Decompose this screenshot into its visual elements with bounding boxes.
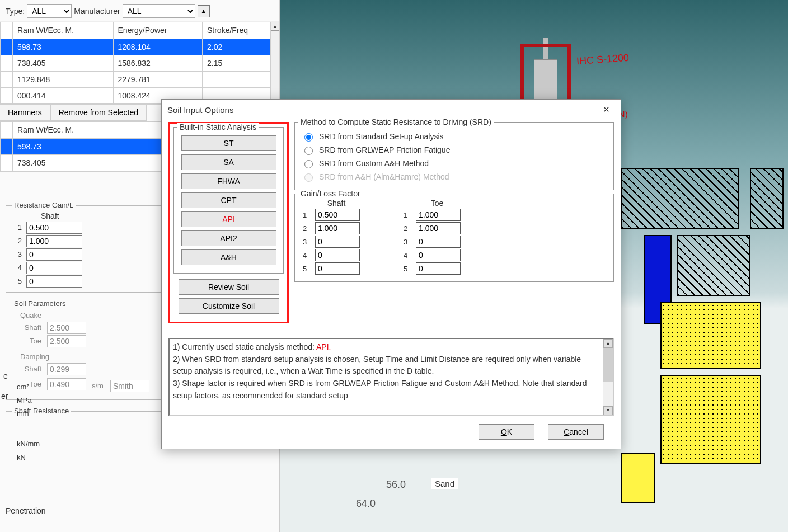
customize-soil-button[interactable]: Customize Soil <box>179 298 279 314</box>
dialog-title: Soil Input Options <box>167 105 233 115</box>
unit-kn-mm: kN/mm <box>17 437 40 451</box>
builtin-static-group: Built-in Static Analysis ST SA FHWA CPT … <box>173 127 284 274</box>
manufacturer-select[interactable]: ALL <box>123 4 195 18</box>
quake-toe-input[interactable] <box>47 335 86 347</box>
scroll-up-icon[interactable]: ▲ <box>271 22 279 31</box>
soil-column <box>621 168 788 532</box>
method-sa-button[interactable]: SA <box>181 154 276 170</box>
move-up-button[interactable]: ▲ <box>198 5 210 17</box>
unit-kn: kN <box>17 451 40 464</box>
gl-shaft-4[interactable] <box>26 262 82 274</box>
depth-56: 56.0 <box>386 479 406 491</box>
damping-unit: s/m <box>92 382 104 390</box>
srd-grlweap-radio[interactable]: SRD from GRLWEAP Friction Fatigue <box>302 145 607 155</box>
grid1-scrollbar[interactable]: ▲ <box>270 22 279 104</box>
remove-selected-button[interactable]: Remove from Selected <box>50 105 147 121</box>
close-icon[interactable]: ✕ <box>597 103 615 116</box>
srd-standard-radio[interactable]: SRD from Standard Set-up Analysis <box>302 131 607 142</box>
filter-bar: Type: ALL Manufacturer ALL ▲ <box>0 0 279 22</box>
srd-legend: Method to Compute Static Resistance to D… <box>298 117 494 126</box>
notes-scrollbar[interactable]: ▲ ▼ <box>603 339 613 415</box>
quake-legend: Quake <box>18 311 44 319</box>
unit-mpa: MPa <box>17 394 40 407</box>
method-api-button[interactable]: API <box>181 211 276 227</box>
soil-params-legend: Soil Parameters <box>12 299 68 308</box>
gl2-toe-5[interactable] <box>416 262 461 275</box>
mfr-label: Manufacturer <box>74 7 120 16</box>
type-label: Type: <box>6 7 25 16</box>
gain-loss-legend: Resistance Gain/L <box>12 201 76 209</box>
table-row[interactable]: 1129.8482279.781 <box>1 71 279 87</box>
srd-custom-aah-radio[interactable]: SRD from Custom A&H Method <box>302 158 607 168</box>
type-select[interactable]: ALL <box>27 4 72 18</box>
gl2-toe-4[interactable] <box>416 249 461 261</box>
builtin-highlight: Built-in Static Analysis ST SA FHWA CPT … <box>168 122 289 323</box>
scroll-up-icon[interactable]: ▲ <box>603 339 613 348</box>
review-soil-button[interactable]: Review Soil <box>179 279 279 295</box>
method-st-button[interactable]: ST <box>181 135 276 151</box>
gl2-toe-3[interactable] <box>416 236 461 248</box>
gl2-toe-1[interactable] <box>416 209 461 221</box>
partial-er: er <box>1 392 8 401</box>
method-aah-button[interactable]: A&H <box>181 249 276 265</box>
gl-legend: Gain/Loss Factor <box>298 189 363 198</box>
gl-shaft-header: Shaft <box>303 199 370 208</box>
damp-toe-input[interactable] <box>47 378 86 390</box>
soil-input-options-dialog: Soil Input Options ✕ Built-in Static Ana… <box>161 99 621 449</box>
depth-64: 64.0 <box>356 498 376 510</box>
penetration-label: Penetration <box>6 506 46 515</box>
gl-shaft-1[interactable] <box>26 222 82 234</box>
srd-method-group: Method to Compute Static Resistance to D… <box>294 122 614 190</box>
hammer-grid-1: Ram Wt/Ecc. M. Energy/Power Stroke/Freq … <box>0 22 279 105</box>
cancel-button[interactable]: Cancel <box>548 424 604 440</box>
hammers-button[interactable]: Hammers <box>0 105 50 121</box>
gl-shaft-5[interactable] <box>26 275 82 288</box>
table-row[interactable]: 598.731208.1042.02 <box>1 39 279 55</box>
damping-model[interactable] <box>110 380 149 392</box>
scroll-thumb[interactable] <box>603 348 613 382</box>
gain-loss-dialog-group: Gain/Loss Factor Shaft 1 2 3 4 5 Toe 1 2 <box>294 194 614 282</box>
gl2-shaft-5[interactable] <box>315 262 360 275</box>
dialog-titlebar[interactable]: Soil Input Options ✕ <box>162 100 621 120</box>
method-fhwa-button[interactable]: FHWA <box>181 173 276 189</box>
method-api2-button[interactable]: API2 <box>181 230 276 246</box>
partial-e: e <box>3 371 8 380</box>
scroll-down-icon[interactable]: ▼ <box>603 406 613 415</box>
srd-aah-radio: SRD from A&H (Alm&Hamre) Method <box>302 172 607 182</box>
notes-textarea[interactable]: 1) Currently used static analysis method… <box>168 338 614 416</box>
gl2-toe-2[interactable] <box>416 222 461 234</box>
unit-list: cm² MPa mm kN/mm kN <box>17 380 40 464</box>
soil-sand-label: Sand <box>431 478 458 489</box>
gl-shaft-3[interactable] <box>26 248 82 261</box>
hammer-label: IHC S-1200 <box>576 52 629 68</box>
gl2-shaft-2[interactable] <box>315 222 360 234</box>
unit-cm2: cm² <box>17 380 40 394</box>
builtin-legend: Built-in Static Analysis <box>177 123 259 131</box>
gl2-shaft-3[interactable] <box>315 236 360 248</box>
ok-button[interactable]: OK <box>479 424 534 440</box>
damping-legend: Damping <box>18 352 51 361</box>
gl-shaft-2[interactable] <box>26 235 82 247</box>
table-row[interactable]: 738.4051586.8322.15 <box>1 55 279 71</box>
gl2-shaft-4[interactable] <box>315 249 360 261</box>
quake-shaft-input[interactable] <box>47 322 86 334</box>
unit-mm: mm <box>17 407 40 421</box>
hammer-table-1[interactable]: Ram Wt/Ecc. M. Energy/Power Stroke/Freq … <box>0 22 279 104</box>
method-cpt-button[interactable]: CPT <box>181 192 276 208</box>
gl2-shaft-1[interactable] <box>315 209 360 221</box>
gl-toe-header: Toe <box>404 199 471 208</box>
damp-shaft-input[interactable] <box>47 363 86 375</box>
